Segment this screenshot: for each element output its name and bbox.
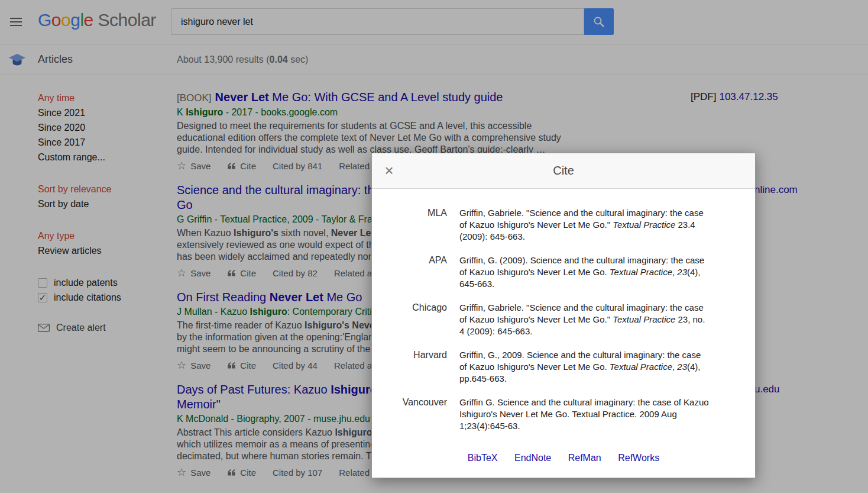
- citation-style-label: Vancouver: [372, 397, 459, 408]
- citation-row-chicago: Chicago Griffin, Gabriele. "Science and …: [372, 302, 755, 337]
- refworks-link[interactable]: RefWorks: [618, 453, 659, 463]
- citation-style-label: MLA: [372, 207, 459, 219]
- cite-dialog-header: × Cite: [372, 153, 755, 189]
- cite-dialog-title: Cite: [553, 164, 574, 178]
- citation-row-harvard: Harvard Griffin, G., 2009. Science and t…: [372, 349, 755, 385]
- endnote-link[interactable]: EndNote: [514, 453, 551, 463]
- citation-row-vancouver: Vancouver Griffin G. Science and the cul…: [372, 397, 755, 432]
- bibtex-link[interactable]: BibTeX: [468, 453, 498, 463]
- citation-text: Griffin, G. (2009). Science and the cult…: [459, 254, 710, 290]
- citation-text: Griffin, Gabriele. "Science and the cult…: [459, 207, 710, 243]
- cite-dialog-footer: BibTeX EndNote RefMan RefWorks: [372, 453, 755, 463]
- close-icon[interactable]: ×: [380, 162, 398, 180]
- citation-text: Griffin, G., 2009. Science and the cultu…: [459, 349, 710, 385]
- citation-text: Griffin, Gabriele. "Science and the cult…: [459, 302, 710, 337]
- citation-row-apa: APA Griffin, G. (2009). Science and the …: [372, 254, 755, 290]
- cite-dialog: × Cite MLA Griffin, Gabriele. "Science a…: [371, 153, 756, 478]
- citation-text: Griffin G. Science and the cultural imag…: [459, 397, 710, 432]
- cite-dialog-body: MLA Griffin, Gabriele. "Science and the …: [372, 189, 755, 432]
- citation-style-label: APA: [372, 254, 459, 266]
- citation-style-label: Chicago: [372, 302, 459, 314]
- refman-link[interactable]: RefMan: [568, 453, 601, 463]
- citation-row-mla: MLA Griffin, Gabriele. "Science and the …: [372, 207, 755, 243]
- citation-style-label: Harvard: [372, 349, 459, 361]
